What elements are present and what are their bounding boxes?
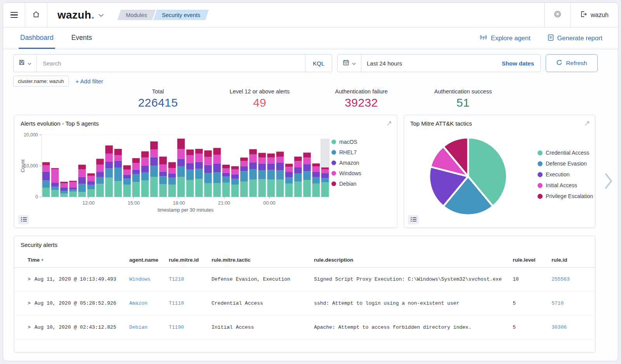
agent-link[interactable]: Windows <box>129 276 169 282</box>
report-document-icon <box>548 34 554 43</box>
svg-text:00:00: 00:00 <box>263 200 275 206</box>
cell-level: 5 <box>513 300 552 306</box>
mitre_id-link[interactable]: T1218 <box>169 276 212 282</box>
tab-events[interactable]: Events <box>70 28 94 49</box>
add-filter-button[interactable]: + Add filter <box>76 78 103 85</box>
column-header-agent[interactable]: agent.name <box>129 257 169 263</box>
cell-description: sshd: Attempt to login using a non-exist… <box>314 300 513 306</box>
next-page-chevron[interactable] <box>604 172 613 191</box>
svg-text:10,000: 10,000 <box>24 163 38 169</box>
app-window: wazuh. Modules Security events wazuh <box>3 2 618 361</box>
svg-text:0: 0 <box>35 194 38 200</box>
breadcrumb-modules[interactable]: Modules <box>117 10 156 20</box>
column-header-time[interactable]: Time▾ <box>28 257 129 263</box>
mitre_id-link[interactable]: T1190 <box>169 324 212 330</box>
expand-panel-button[interactable] <box>386 120 392 128</box>
column-header-id[interactable]: rule.id <box>552 257 586 263</box>
refresh-label: Refresh <box>566 60 587 67</box>
time-range-value[interactable]: Last 24 hours <box>361 55 496 72</box>
table-row: >Aug 11, 2020 @ 10:13:49.493WindowsT1218… <box>14 267 595 292</box>
expand-icon <box>387 121 392 127</box>
legend-label: Amazon <box>339 160 359 166</box>
divider <box>47 3 47 27</box>
bar-legend-item[interactable]: Debian <box>331 181 377 187</box>
pie-legend-item[interactable]: Credential Access <box>538 150 593 156</box>
refresh-button[interactable]: Refresh <box>546 54 598 72</box>
alerts-evolution-panel: Alerts evolution - Top 5 agents 010,0002… <box>14 115 397 228</box>
panel-title: Alerts evolution - Top 5 agents <box>21 120 99 127</box>
bar-chart-bars[interactable] <box>42 139 329 197</box>
tab-bar: Dashboard Events Explore agent Generate … <box>3 28 618 49</box>
calendar-button[interactable] <box>338 55 361 72</box>
mitre-tactics-panel: Top Mitre ATT&K tactics Credential Acces… <box>404 115 595 228</box>
pie-legend-item[interactable]: Initial Access <box>538 182 593 188</box>
alerts-bar-chart: 010,00020,00012:0015:0018:0021:0000:00Co… <box>19 130 331 214</box>
chevron-down-icon <box>352 60 356 67</box>
pie-legend-item[interactable]: Execution <box>538 171 593 178</box>
expand-row-icon[interactable]: > <box>28 300 31 306</box>
chevron-down-icon[interactable] <box>98 12 104 19</box>
panel-title: Security alerts <box>14 236 595 248</box>
legend-dot <box>538 150 543 155</box>
show-dates-button[interactable]: Show dates <box>496 55 540 72</box>
legend-label: macOS <box>339 139 357 145</box>
bar-legend-item[interactable]: RHEL7 <box>331 149 377 155</box>
cell-level: 5 <box>513 324 552 330</box>
legend-dot <box>331 181 336 186</box>
home-button[interactable] <box>25 3 47 27</box>
saved-queries-button[interactable] <box>14 55 37 72</box>
pie-legend-item[interactable]: Privilege Escalation <box>538 193 593 199</box>
expand-panel-button[interactable] <box>584 120 590 128</box>
mitre_id-link[interactable]: T1110 <box>169 300 212 306</box>
bar-legend-item[interactable]: Windows <box>331 170 377 176</box>
explore-agent-button[interactable]: Explore agent <box>479 34 531 43</box>
legend-label: Debian <box>339 181 356 187</box>
legend-dot <box>538 183 543 188</box>
list-icon <box>21 217 27 223</box>
search-input[interactable] <box>37 55 305 72</box>
column-header-level[interactable]: rule.level <box>513 257 552 263</box>
expand-row-icon[interactable]: > <box>28 324 31 330</box>
wazuh-logo[interactable]: wazuh. <box>57 9 94 21</box>
column-header-tactic[interactable]: rule.mitre.tactic <box>212 257 314 263</box>
column-header-mitre_id[interactable]: rule.mitre.id <box>169 257 212 263</box>
id-link[interactable]: 5710 <box>552 300 586 306</box>
home-icon <box>32 10 40 20</box>
calendar-icon <box>343 59 349 67</box>
bar-chart-legend: macOSRHEL7AmazonWindowsDebian <box>331 139 377 214</box>
bar-legend-item[interactable]: macOS <box>331 139 377 145</box>
bar-legend-item[interactable]: Amazon <box>331 160 377 166</box>
stat-metric: Level 12 or above alerts49 <box>209 88 310 113</box>
news-button[interactable] <box>545 3 571 27</box>
filter-pill[interactable]: cluster.name: wazuh <box>13 76 69 86</box>
logo-dot: . <box>91 9 94 21</box>
logout-button[interactable]: wazuh <box>571 3 618 27</box>
agent-link[interactable]: Amazon <box>129 300 169 306</box>
cell-tactic: Initial Access <box>212 324 314 330</box>
pie-legend-item[interactable]: Defense Evasion <box>538 160 593 167</box>
id-link[interactable]: 255563 <box>552 276 586 282</box>
stat-label: Authentication success <box>412 88 514 95</box>
charts-row: Alerts evolution - Top 5 agents 010,0002… <box>14 115 595 228</box>
menu-button[interactable] <box>3 3 25 27</box>
agent-link[interactable]: Debian <box>129 324 169 330</box>
stat-metric: Authentication failure39232 <box>310 88 412 113</box>
svg-text:15:00: 15:00 <box>128 200 140 206</box>
legend-toggle-button[interactable] <box>18 215 29 224</box>
x-axis-title: timestamp per 30 minutes <box>158 207 213 213</box>
legend-toggle-button[interactable] <box>408 215 419 224</box>
tab-dashboard[interactable]: Dashboard <box>19 28 55 49</box>
stat-value: 49 <box>209 96 310 109</box>
expand-row-icon[interactable]: > <box>28 276 31 282</box>
logo-text: wazuh <box>57 9 91 21</box>
panel-title: Top Mitre ATT&K tactics <box>410 120 472 127</box>
generate-report-button[interactable]: Generate report <box>548 34 602 43</box>
breadcrumb-security-events[interactable]: Security events <box>153 10 209 20</box>
legend-dot <box>331 150 336 155</box>
kql-toggle[interactable]: KQL <box>305 55 332 72</box>
legend-label: RHEL7 <box>339 149 357 155</box>
list-icon <box>411 217 416 223</box>
generate-report-label: Generate report <box>557 35 602 42</box>
id-link[interactable]: 30306 <box>552 324 586 330</box>
column-header-description[interactable]: rule.description <box>314 257 513 263</box>
